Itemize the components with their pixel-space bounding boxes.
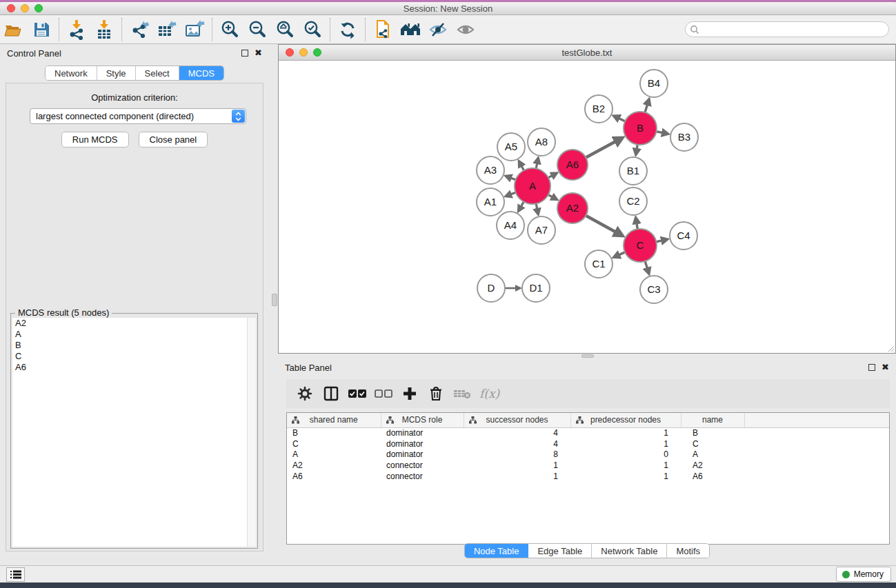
table-cell[interactable] bbox=[744, 460, 889, 471]
table-cell[interactable]: A2 bbox=[681, 460, 744, 471]
graph-node-B2[interactable]: B2 bbox=[585, 95, 613, 123]
graph-node-D[interactable]: D bbox=[477, 274, 505, 302]
table-row[interactable]: A6connector11A6 bbox=[287, 471, 889, 482]
export-image-icon[interactable] bbox=[181, 18, 208, 41]
delete-table-icon[interactable] bbox=[449, 382, 475, 405]
export-network-icon[interactable] bbox=[126, 18, 153, 41]
graph-node-C2[interactable]: C2 bbox=[619, 187, 647, 215]
close-table-panel-icon[interactable]: ✖ bbox=[882, 364, 889, 371]
import-table-icon[interactable] bbox=[90, 18, 118, 41]
table-cell[interactable] bbox=[744, 449, 889, 460]
open-file-icon[interactable] bbox=[0, 18, 28, 41]
import-network-icon[interactable] bbox=[63, 18, 90, 41]
search-input[interactable] bbox=[702, 25, 888, 34]
table-cell[interactable]: A bbox=[287, 449, 381, 460]
tab-node-table[interactable]: Node Table bbox=[465, 544, 529, 558]
table-cell[interactable]: C bbox=[681, 438, 744, 449]
network-canvas[interactable]: B4B2BB3A8A5A6A3B1AA1C2A2A4A7C4CC1DD1C3 bbox=[279, 61, 895, 353]
save-session-icon[interactable] bbox=[28, 18, 55, 41]
table-cell[interactable]: 1 bbox=[464, 471, 570, 482]
graph-node-A3[interactable]: A3 bbox=[477, 156, 504, 184]
table-row[interactable]: A2connector11A2 bbox=[287, 460, 889, 471]
graph-node-C[interactable]: C bbox=[624, 229, 657, 262]
close-panel-icon[interactable]: ✖ bbox=[255, 50, 262, 57]
show-panel-icon[interactable] bbox=[452, 18, 479, 41]
resize-grip-icon[interactable] bbox=[886, 344, 895, 352]
graph-node-A5[interactable]: A5 bbox=[497, 133, 525, 161]
graph-edge[interactable] bbox=[585, 141, 616, 158]
new-network-from-file-icon[interactable] bbox=[369, 18, 397, 41]
node-table[interactable]: shared nameMCDS rolesuccessor nodesprede… bbox=[286, 412, 890, 545]
table-cell[interactable]: 1 bbox=[570, 427, 681, 438]
tab-edge-table[interactable]: Edge Table bbox=[528, 544, 592, 558]
zoom-fit-icon[interactable] bbox=[271, 18, 299, 41]
refresh-layout-icon[interactable] bbox=[334, 18, 361, 41]
deselect-all-icon[interactable] bbox=[370, 382, 397, 405]
tab-mcds[interactable]: MCDS bbox=[179, 66, 223, 80]
table-cell[interactable]: dominator bbox=[381, 449, 464, 460]
mcds-result-item[interactable]: B bbox=[12, 340, 256, 351]
mcds-result-list[interactable]: A2ABCA6 bbox=[12, 318, 256, 547]
graph-node-A7[interactable]: A7 bbox=[528, 216, 555, 244]
memory-button[interactable]: Memory bbox=[836, 567, 891, 582]
table-cell[interactable]: A bbox=[681, 449, 744, 460]
add-column-icon[interactable] bbox=[397, 382, 423, 405]
close-panel-button[interactable]: Close panel bbox=[139, 132, 208, 148]
graph-node-B3[interactable]: B3 bbox=[670, 123, 698, 151]
table-row[interactable]: Adominator80A bbox=[287, 449, 889, 460]
tab-select[interactable]: Select bbox=[136, 66, 179, 80]
float-table-panel-icon[interactable] bbox=[868, 364, 875, 371]
float-panel-icon[interactable] bbox=[241, 50, 248, 57]
graph-node-A[interactable]: A bbox=[515, 168, 550, 204]
graph-node-B[interactable]: B bbox=[624, 112, 657, 145]
gear-icon[interactable] bbox=[292, 382, 318, 405]
table-cell[interactable]: A6 bbox=[287, 471, 381, 482]
horizontal-splitter-handle[interactable] bbox=[581, 354, 594, 358]
tab-network-table[interactable]: Network Table bbox=[592, 544, 667, 558]
table-cell[interactable]: B bbox=[681, 427, 744, 438]
table-cell[interactable]: B bbox=[287, 427, 381, 438]
search-field[interactable] bbox=[685, 21, 889, 37]
table-cell[interactable]: C bbox=[287, 438, 381, 449]
tab-motifs[interactable]: Motifs bbox=[667, 544, 709, 558]
graph-node-A4[interactable]: A4 bbox=[497, 212, 524, 239]
column-header-empty[interactable] bbox=[744, 413, 889, 427]
network-window-titlebar[interactable]: testGlobe.txt bbox=[279, 45, 895, 61]
home-pages-icon[interactable] bbox=[397, 18, 424, 41]
trash-icon[interactable] bbox=[423, 382, 449, 405]
select-all-icon[interactable] bbox=[344, 382, 370, 405]
table-row[interactable]: Cdominator41C bbox=[287, 438, 889, 449]
column-header-predecessor-nodes[interactable]: predecessor nodes bbox=[570, 413, 681, 427]
graph-node-A6[interactable]: A6 bbox=[557, 150, 588, 180]
task-history-button[interactable] bbox=[6, 567, 25, 582]
network-graph[interactable]: B4B2BB3A8A5A6A3B1AA1C2A2A4A7C4CC1DD1C3 bbox=[279, 61, 895, 353]
graph-node-C3[interactable]: C3 bbox=[640, 276, 668, 303]
mcds-result-item[interactable]: C bbox=[12, 351, 256, 362]
column-header-successor-nodes[interactable]: successor nodes bbox=[464, 413, 570, 427]
table-cell[interactable]: connector bbox=[381, 471, 464, 482]
criterion-dropdown[interactable]: largest connected component (directed) bbox=[30, 108, 246, 124]
mcds-result-item[interactable]: A bbox=[12, 329, 256, 340]
table-cell[interactable]: connector bbox=[381, 460, 464, 471]
tab-network[interactable]: Network bbox=[46, 66, 97, 80]
mcds-result-scrollbar[interactable] bbox=[247, 318, 256, 547]
table-cell[interactable]: 1 bbox=[570, 471, 681, 482]
graph-node-B1[interactable]: B1 bbox=[619, 157, 647, 185]
column-header-shared-name[interactable]: shared name bbox=[287, 413, 381, 427]
table-cell[interactable]: 4 bbox=[464, 427, 570, 438]
zoom-selected-icon[interactable] bbox=[299, 18, 326, 41]
table-cell[interactable]: 1 bbox=[570, 438, 681, 449]
hide-panel-icon[interactable] bbox=[424, 18, 452, 41]
table-cell[interactable]: 8 bbox=[464, 449, 570, 460]
table-row[interactable]: Bdominator41B bbox=[287, 427, 889, 438]
graph-node-C1[interactable]: C1 bbox=[585, 250, 613, 278]
table-cell[interactable]: dominator bbox=[381, 427, 464, 438]
graph-node-B4[interactable]: B4 bbox=[640, 70, 668, 97]
split-columns-icon[interactable] bbox=[318, 382, 344, 405]
graph-node-A8[interactable]: A8 bbox=[528, 128, 555, 156]
column-header-name[interactable]: name bbox=[681, 413, 744, 427]
function-builder-icon[interactable]: f(x) bbox=[479, 387, 499, 401]
graph-node-D1[interactable]: D1 bbox=[522, 274, 550, 302]
table-cell[interactable]: 4 bbox=[464, 438, 570, 449]
graph-node-C4[interactable]: C4 bbox=[670, 222, 697, 250]
